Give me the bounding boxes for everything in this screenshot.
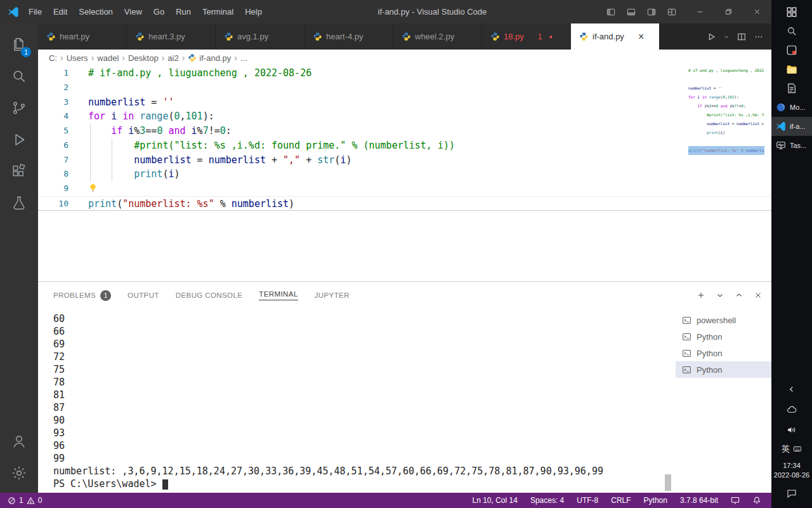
toggle-panel-button[interactable] xyxy=(626,7,636,17)
panel-tab-problems[interactable]: PROBLEMS1 xyxy=(53,282,111,309)
taskbar-file-explorer-button[interactable] xyxy=(771,60,812,79)
activity-run-and-debug[interactable] xyxy=(4,124,34,156)
status-cursor-position[interactable]: Ln 10, Col 14 xyxy=(472,496,517,505)
terminal-launch-dropdown-button[interactable] xyxy=(716,291,724,300)
menu-help[interactable]: Help xyxy=(239,0,268,23)
status-screencast[interactable] xyxy=(731,496,740,505)
activity-source-control[interactable] xyxy=(4,92,34,124)
code-token: != xyxy=(209,125,220,137)
tab-avg.1.py[interactable]: avg.1.py xyxy=(216,23,304,50)
tab-wheel.2.py[interactable]: wheel.2.py xyxy=(393,23,482,50)
close-panel-button[interactable] xyxy=(754,291,763,300)
taskbar-documents-button[interactable] xyxy=(771,79,812,98)
terminal-line: 75 xyxy=(53,363,676,376)
more-actions-button[interactable] xyxy=(754,32,764,42)
status-encoding[interactable]: UTF-8 xyxy=(577,496,598,505)
activity-accounts[interactable] xyxy=(4,425,34,457)
breadcrumb-item[interactable]: Users xyxy=(66,53,89,63)
menu-run[interactable]: Run xyxy=(170,0,197,23)
taskbar-window-ifa[interactable]: if-a... xyxy=(771,117,812,136)
panel-tab-debug-console[interactable]: DEBUG CONSOLE xyxy=(176,282,243,309)
menu-file[interactable]: File xyxy=(23,0,48,23)
activity-search[interactable] xyxy=(4,60,34,92)
tab-heart.py[interactable]: heart.py xyxy=(38,23,127,50)
menu-selection[interactable]: Selection xyxy=(73,0,118,23)
line-number: 3 xyxy=(38,95,69,110)
editor-actions xyxy=(698,23,771,50)
minimap-line xyxy=(688,137,764,146)
menu-view[interactable]: View xyxy=(119,0,148,23)
tab-if-and.py[interactable]: if-and.py× xyxy=(571,23,660,50)
terminal[interactable]: 606669727578818790939699numberlist: ,3,6… xyxy=(38,309,676,493)
status-python-interpreter[interactable]: 3.7.8 64-bit xyxy=(680,496,718,505)
tab-18.py[interactable]: 18.py1● xyxy=(482,23,571,50)
terminal-scrollbar[interactable] xyxy=(665,474,671,491)
line-number: 10 xyxy=(38,197,69,210)
breadcrumb-item[interactable]: wadel xyxy=(96,53,119,63)
code-token xyxy=(88,125,111,137)
tab-heart.3.py[interactable]: heart.3.py xyxy=(127,23,216,50)
run-python-file-button[interactable] xyxy=(706,32,716,42)
run-dropdown-button[interactable] xyxy=(723,34,730,40)
windows-taskbar: Mo...if-a...Tas... 英17:342022-08-26 xyxy=(771,0,812,508)
tab-heart-4.py[interactable]: heart-4.py xyxy=(304,23,393,50)
breadcrumb-item[interactable]: ai2 xyxy=(167,53,179,63)
taskbar-cloud-button[interactable] xyxy=(771,400,812,419)
taskbar-window-Tas[interactable]: Tas... xyxy=(771,136,812,155)
taskbar-ime[interactable]: 英 xyxy=(782,441,802,457)
taskbar-clock[interactable]: 17:342022-08-26 xyxy=(774,461,809,480)
taskbar-search-button[interactable] xyxy=(771,22,812,41)
menu-edit[interactable]: Edit xyxy=(48,0,73,23)
taskbar-window-title: Tas... xyxy=(790,142,806,149)
minimap[interactable]: # if-and.py , liuguancheng , 2022-08-26n… xyxy=(688,66,764,155)
panel-tab-jupyter[interactable]: JUPYTER xyxy=(315,282,350,309)
terminal-list-item[interactable]: powershell xyxy=(676,312,771,328)
menu-go[interactable]: Go xyxy=(148,0,170,23)
taskbar-window-Mo[interactable]: Mo... xyxy=(771,98,812,117)
new-terminal-button[interactable] xyxy=(697,291,705,300)
toggle-secondary-sidebar-button[interactable] xyxy=(646,7,657,17)
taskbar-pinned-app-button[interactable] xyxy=(771,41,812,60)
taskbar-show-hidden-icons-button[interactable] xyxy=(771,380,812,399)
maximize-panel-button[interactable] xyxy=(735,291,743,300)
breadcrumb-item[interactable]: C: xyxy=(48,53,58,63)
breadcrumb-item[interactable]: ... xyxy=(240,53,248,63)
panel-tab-label: OUTPUT xyxy=(128,291,159,299)
split-editor-button[interactable] xyxy=(737,32,747,42)
activity-settings[interactable] xyxy=(4,457,34,489)
tab-close-icon[interactable]: × xyxy=(638,32,644,42)
status-language-mode[interactable]: Python xyxy=(644,496,667,505)
restore-button[interactable] xyxy=(714,0,743,23)
breadcrumb-item[interactable]: if-and.py xyxy=(187,53,232,63)
taskbar-widgets-button[interactable] xyxy=(771,3,812,22)
tab-error-count: 1 xyxy=(538,32,542,41)
code-token: i xyxy=(192,125,197,137)
activity-testing[interactable] xyxy=(4,187,34,219)
activity-extensions[interactable] xyxy=(4,156,34,187)
minimap-token: ): xyxy=(734,95,738,99)
terminal-list-item[interactable]: Python xyxy=(676,361,771,378)
terminal-list-item[interactable]: Python xyxy=(676,345,771,361)
breadcrumb-item[interactable]: Desktop xyxy=(128,53,159,63)
taskbar-speaker-button[interactable] xyxy=(771,420,812,439)
taskbar-action-center-button[interactable] xyxy=(771,484,812,503)
code-token: print xyxy=(88,198,117,210)
status-indentation[interactable]: Spaces: 4 xyxy=(530,496,564,505)
minimap-token: 101 xyxy=(728,95,735,99)
status-eol[interactable]: CRLF xyxy=(611,496,631,505)
panel-tab-output[interactable]: OUTPUT xyxy=(128,282,159,309)
status-bell[interactable] xyxy=(752,496,761,505)
terminal-list-item[interactable]: Python xyxy=(676,328,771,345)
activity-explorer[interactable]: 1 xyxy=(4,29,34,60)
close-button[interactable] xyxy=(743,0,771,23)
panel-tab-terminal[interactable]: TERMINAL xyxy=(259,282,298,309)
minimap-token: ) xyxy=(723,130,725,135)
clock-time: 17:34 xyxy=(774,461,809,471)
status-problems[interactable]: 10 xyxy=(8,496,42,505)
toggle-sidebar-button[interactable] xyxy=(606,7,616,17)
code-editor[interactable]: 1# if-and.py , liuguancheng , 2022-08-26… xyxy=(38,66,771,281)
menu-terminal[interactable]: Terminal xyxy=(197,0,239,23)
customize-layout-button[interactable] xyxy=(667,7,677,17)
split-editor-icon xyxy=(737,32,747,42)
minimize-button[interactable] xyxy=(686,0,714,23)
